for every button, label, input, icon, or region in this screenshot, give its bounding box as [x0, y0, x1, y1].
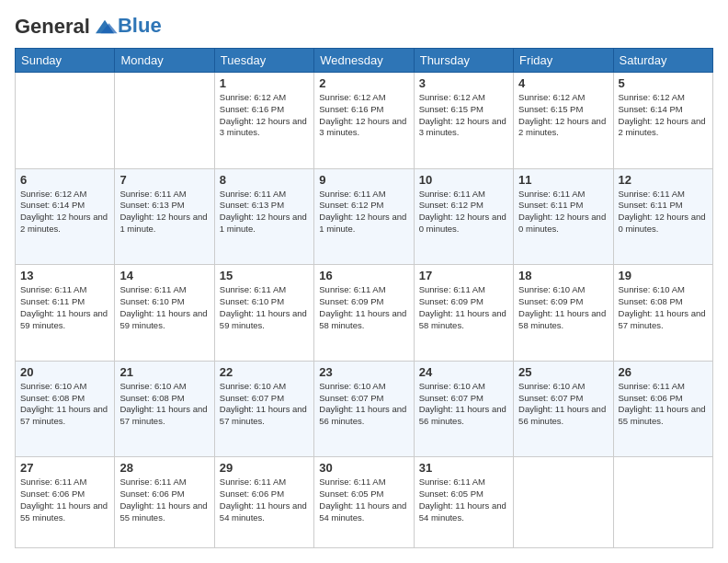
day-info: Sunrise: 6:12 AM Sunset: 6:15 PM Dayligh…	[518, 92, 608, 139]
day-number: 27	[20, 461, 109, 475]
day-number: 8	[220, 173, 309, 187]
calendar-week-row: 6Sunrise: 6:12 AM Sunset: 6:14 PM Daylig…	[16, 168, 713, 265]
day-number: 28	[119, 461, 209, 475]
day-number: 13	[20, 269, 109, 282]
day-info: Sunrise: 6:11 AM Sunset: 6:12 PM Dayligh…	[419, 189, 508, 236]
logo-icon	[92, 17, 118, 35]
calendar-day-cell: 20Sunrise: 6:10 AM Sunset: 6:08 PM Dayli…	[16, 361, 115, 457]
calendar-week-row: 20Sunrise: 6:10 AM Sunset: 6:08 PM Dayli…	[16, 361, 713, 457]
logo-blue: Blue	[118, 14, 162, 38]
day-number: 22	[220, 365, 309, 379]
day-info: Sunrise: 6:11 AM Sunset: 6:11 PM Dayligh…	[518, 189, 608, 236]
day-info: Sunrise: 6:12 AM Sunset: 6:16 PM Dayligh…	[220, 92, 309, 139]
calendar-header-cell: Thursday	[414, 49, 513, 73]
calendar-day-cell	[16, 73, 115, 169]
day-number: 29	[220, 461, 309, 475]
calendar-header-cell: Saturday	[613, 49, 712, 73]
header: General Blue	[15, 15, 713, 39]
logo-text: General Blue	[15, 15, 162, 39]
day-number: 4	[518, 76, 608, 90]
calendar-day-cell: 19Sunrise: 6:10 AM Sunset: 6:08 PM Dayli…	[613, 265, 712, 362]
calendar-day-cell: 23Sunrise: 6:10 AM Sunset: 6:07 PM Dayli…	[314, 361, 414, 457]
calendar-day-cell: 11Sunrise: 6:11 AM Sunset: 6:11 PM Dayli…	[514, 168, 613, 265]
day-info: Sunrise: 6:12 AM Sunset: 6:16 PM Dayligh…	[319, 92, 408, 139]
day-number: 11	[518, 173, 608, 187]
day-number: 16	[319, 269, 408, 282]
calendar-day-cell: 24Sunrise: 6:10 AM Sunset: 6:07 PM Dayli…	[414, 361, 513, 457]
day-info: Sunrise: 6:10 AM Sunset: 6:07 PM Dayligh…	[319, 381, 408, 428]
day-number: 31	[419, 461, 508, 475]
calendar-day-cell: 28Sunrise: 6:11 AM Sunset: 6:06 PM Dayli…	[115, 457, 214, 548]
calendar-day-cell: 2Sunrise: 6:12 AM Sunset: 6:16 PM Daylig…	[314, 73, 414, 169]
calendar-day-cell: 8Sunrise: 6:11 AM Sunset: 6:13 PM Daylig…	[214, 168, 313, 265]
day-info: Sunrise: 6:11 AM Sunset: 6:06 PM Dayligh…	[20, 477, 109, 523]
day-number: 1	[220, 76, 309, 90]
day-number: 12	[619, 173, 708, 187]
calendar-day-cell: 3Sunrise: 6:12 AM Sunset: 6:15 PM Daylig…	[414, 73, 513, 169]
day-number: 3	[419, 76, 508, 90]
day-info: Sunrise: 6:10 AM Sunset: 6:09 PM Dayligh…	[518, 284, 608, 331]
calendar-day-cell: 10Sunrise: 6:11 AM Sunset: 6:12 PM Dayli…	[414, 168, 513, 265]
calendar-header-cell: Wednesday	[314, 49, 414, 73]
calendar-day-cell: 27Sunrise: 6:11 AM Sunset: 6:06 PM Dayli…	[16, 457, 115, 548]
day-info: Sunrise: 6:11 AM Sunset: 6:05 PM Dayligh…	[319, 477, 408, 523]
calendar-day-cell: 12Sunrise: 6:11 AM Sunset: 6:11 PM Dayli…	[613, 168, 712, 265]
day-info: Sunrise: 6:11 AM Sunset: 6:06 PM Dayligh…	[220, 477, 309, 523]
calendar-day-cell: 17Sunrise: 6:11 AM Sunset: 6:09 PM Dayli…	[414, 265, 513, 362]
day-info: Sunrise: 6:10 AM Sunset: 6:07 PM Dayligh…	[419, 381, 508, 428]
day-number: 26	[619, 365, 708, 379]
day-info: Sunrise: 6:12 AM Sunset: 6:14 PM Dayligh…	[20, 189, 109, 236]
logo: General Blue	[15, 15, 162, 39]
day-info: Sunrise: 6:11 AM Sunset: 6:13 PM Dayligh…	[220, 189, 309, 236]
calendar-day-cell: 6Sunrise: 6:12 AM Sunset: 6:14 PM Daylig…	[16, 168, 115, 265]
day-info: Sunrise: 6:11 AM Sunset: 6:10 PM Dayligh…	[220, 284, 309, 331]
calendar-day-cell: 9Sunrise: 6:11 AM Sunset: 6:12 PM Daylig…	[314, 168, 414, 265]
calendar-day-cell: 29Sunrise: 6:11 AM Sunset: 6:06 PM Dayli…	[214, 457, 313, 548]
day-info: Sunrise: 6:11 AM Sunset: 6:12 PM Dayligh…	[319, 189, 408, 236]
day-info: Sunrise: 6:11 AM Sunset: 6:09 PM Dayligh…	[319, 284, 408, 331]
logo-general: General	[15, 15, 90, 39]
calendar-day-cell: 16Sunrise: 6:11 AM Sunset: 6:09 PM Dayli…	[314, 265, 414, 362]
day-number: 7	[119, 173, 209, 187]
calendar-day-cell: 25Sunrise: 6:10 AM Sunset: 6:07 PM Dayli…	[514, 361, 613, 457]
day-number: 23	[319, 365, 408, 379]
day-info: Sunrise: 6:10 AM Sunset: 6:08 PM Dayligh…	[619, 284, 708, 331]
day-number: 10	[419, 173, 508, 187]
day-info: Sunrise: 6:12 AM Sunset: 6:15 PM Dayligh…	[419, 92, 508, 139]
day-number: 9	[319, 173, 408, 187]
day-number: 25	[518, 365, 608, 379]
calendar-table: SundayMondayTuesdayWednesdayThursdayFrid…	[15, 48, 713, 548]
calendar-day-cell: 22Sunrise: 6:10 AM Sunset: 6:07 PM Dayli…	[214, 361, 313, 457]
calendar-day-cell: 14Sunrise: 6:11 AM Sunset: 6:10 PM Dayli…	[115, 265, 214, 362]
calendar-header-cell: Sunday	[16, 49, 115, 73]
calendar-header-cell: Tuesday	[214, 49, 313, 73]
day-info: Sunrise: 6:11 AM Sunset: 6:06 PM Dayligh…	[619, 381, 708, 428]
day-info: Sunrise: 6:11 AM Sunset: 6:10 PM Dayligh…	[119, 284, 209, 331]
calendar-day-cell: 30Sunrise: 6:11 AM Sunset: 6:05 PM Dayli…	[314, 457, 414, 548]
page: General Blue SundayMondayTuesdayWednesda…	[0, 0, 728, 563]
day-number: 5	[619, 76, 708, 90]
day-number: 24	[419, 365, 508, 379]
calendar-week-row: 27Sunrise: 6:11 AM Sunset: 6:06 PM Dayli…	[16, 457, 713, 548]
day-number: 15	[220, 269, 309, 282]
day-info: Sunrise: 6:11 AM Sunset: 6:11 PM Dayligh…	[20, 284, 109, 331]
day-number: 17	[419, 269, 508, 282]
calendar-day-cell: 1Sunrise: 6:12 AM Sunset: 6:16 PM Daylig…	[214, 73, 313, 169]
day-number: 2	[319, 76, 408, 90]
day-number: 6	[20, 173, 109, 187]
day-number: 20	[20, 365, 109, 379]
calendar-day-cell: 7Sunrise: 6:11 AM Sunset: 6:13 PM Daylig…	[115, 168, 214, 265]
day-number: 18	[518, 269, 608, 282]
day-info: Sunrise: 6:11 AM Sunset: 6:05 PM Dayligh…	[419, 477, 508, 523]
day-number: 14	[119, 269, 209, 282]
calendar-day-cell	[115, 73, 214, 169]
calendar-header-cell: Friday	[514, 49, 613, 73]
day-info: Sunrise: 6:11 AM Sunset: 6:11 PM Dayligh…	[619, 189, 708, 236]
calendar-day-cell: 26Sunrise: 6:11 AM Sunset: 6:06 PM Dayli…	[613, 361, 712, 457]
day-number: 21	[119, 365, 209, 379]
day-info: Sunrise: 6:10 AM Sunset: 6:08 PM Dayligh…	[20, 381, 109, 428]
calendar-week-row: 1Sunrise: 6:12 AM Sunset: 6:16 PM Daylig…	[16, 73, 713, 169]
calendar-day-cell: 31Sunrise: 6:11 AM Sunset: 6:05 PM Dayli…	[414, 457, 513, 548]
calendar-day-cell	[514, 457, 613, 548]
day-info: Sunrise: 6:10 AM Sunset: 6:07 PM Dayligh…	[220, 381, 309, 428]
